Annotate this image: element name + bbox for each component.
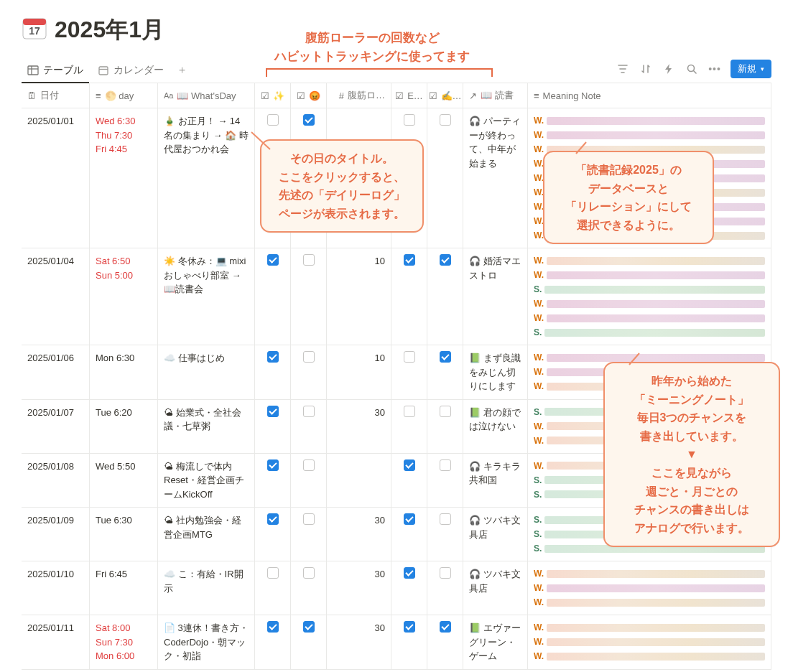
cell-pen[interactable] [427, 108, 463, 248]
cell-e[interactable] [391, 345, 427, 399]
cell-date[interactable]: 2025/01/09 [22, 508, 90, 561]
checkbox[interactable] [303, 254, 315, 266]
cell-abs-count[interactable] [327, 454, 391, 508]
checkbox[interactable] [440, 406, 451, 417]
cell-e[interactable] [391, 454, 427, 508]
checkbox[interactable] [404, 513, 415, 525]
cell-abs-count[interactable]: 30 [327, 400, 391, 453]
cell-face[interactable] [291, 400, 327, 453]
checkbox[interactable] [440, 351, 451, 363]
checkbox[interactable] [267, 513, 279, 525]
cell-whatsday[interactable]: 📄 3連休！書き方・CoderDojo・朝マック・初詣 [158, 615, 255, 669]
cell-sparkle[interactable] [255, 615, 291, 669]
col-day[interactable]: ≡🌕 day [90, 83, 158, 108]
cell-whatsday[interactable]: ☀️ 冬休み：💻 mixiおしゃべり部室 → 📖読書会 [158, 248, 255, 345]
cell-abs-count[interactable]: 30 [327, 561, 391, 615]
cell-sparkle[interactable] [255, 508, 291, 561]
col-date[interactable]: 🗓日付 [22, 83, 90, 108]
checkbox[interactable] [267, 459, 279, 471]
col-meaning[interactable]: ≡Meaning Note [528, 83, 771, 108]
cell-reading[interactable]: 📗 まず良識をみじん切りにします [463, 345, 528, 399]
cell-abs-count[interactable]: 10 [327, 248, 391, 345]
checkbox[interactable] [267, 621, 279, 633]
cell-date[interactable]: 2025/01/11 [22, 615, 90, 669]
cell-whatsday[interactable]: ☁️ 仕事はじめ [158, 345, 255, 399]
checkbox[interactable] [303, 406, 315, 417]
col-e[interactable]: ☑E… [391, 83, 427, 108]
checkbox[interactable] [267, 567, 279, 579]
cell-pen[interactable] [427, 508, 463, 561]
col-abs[interactable]: #腹筋ロ… [327, 83, 391, 108]
checkbox[interactable] [440, 459, 451, 471]
sort-icon[interactable] [639, 62, 653, 76]
col-whats[interactable]: Aa📖 What'sDay [158, 83, 255, 108]
cell-abs-count[interactable]: 10 [327, 345, 391, 399]
search-icon[interactable] [685, 62, 699, 76]
cell-e[interactable] [391, 508, 427, 561]
table-row[interactable]: 2025/01/10Fri 6:45☁️ こ：有給・IR開示30🎧 ツバキ文具店… [22, 561, 771, 615]
cell-meaning[interactable]: W.W.W. [528, 615, 771, 669]
cell-date[interactable]: 2025/01/10 [22, 561, 90, 615]
cell-whatsday[interactable]: ☁️ こ：有給・IR開示 [158, 561, 255, 615]
checkbox[interactable] [404, 406, 415, 417]
cell-reading[interactable]: 🎧 婚活マエストロ [463, 248, 528, 345]
cell-abs-count[interactable]: 30 [327, 508, 391, 561]
page-icon[interactable]: 17 [22, 14, 47, 46]
col-sparkle[interactable]: ☑✨ [255, 83, 291, 108]
page-title[interactable]: 2025年1月 [55, 14, 164, 46]
cell-reading[interactable]: 🎧 ツバキ文具店 [463, 508, 528, 561]
cell-sparkle[interactable] [255, 400, 291, 453]
checkbox[interactable] [267, 351, 279, 363]
checkbox[interactable] [404, 254, 415, 266]
checkbox[interactable] [303, 621, 315, 633]
cell-date[interactable]: 2025/01/04 [22, 248, 90, 345]
cell-whatsday[interactable]: 🌤 始業式・全社会議・七草粥 [158, 400, 255, 453]
table-row[interactable]: 2025/01/11Sat 8:00Sun 7:30Mon 6:00📄 3連休！… [22, 615, 771, 670]
checkbox[interactable] [404, 459, 415, 471]
checkbox[interactable] [440, 567, 451, 579]
cell-pen[interactable] [427, 400, 463, 453]
checkbox[interactable] [404, 351, 415, 363]
automation-icon[interactable] [662, 62, 676, 76]
checkbox[interactable] [303, 351, 315, 363]
checkbox[interactable] [404, 114, 415, 126]
cell-sparkle[interactable] [255, 454, 291, 508]
cell-e[interactable] [391, 615, 427, 669]
checkbox[interactable] [303, 513, 315, 525]
col-reading[interactable]: ↗📖 読書 [463, 83, 528, 108]
checkbox[interactable] [267, 406, 279, 417]
cell-e[interactable] [391, 400, 427, 453]
cell-pen[interactable] [427, 454, 463, 508]
checkbox[interactable] [267, 254, 279, 266]
table-row[interactable]: 2025/01/04Sat 6:50Sun 5:00☀️ 冬休み：💻 mixiお… [22, 248, 771, 345]
cell-sparkle[interactable] [255, 345, 291, 399]
cell-pen[interactable] [427, 345, 463, 399]
cell-abs-count[interactable]: 30 [327, 615, 391, 669]
cell-meaning[interactable]: W.W.S.W.W.S. [528, 248, 771, 345]
cell-pen[interactable] [427, 248, 463, 345]
cell-sparkle[interactable] [255, 248, 291, 345]
cell-face[interactable] [291, 615, 327, 669]
tab-table[interactable]: テーブル [22, 60, 89, 83]
add-view-button[interactable]: ＋ [172, 59, 192, 83]
tab-calendar[interactable]: カレンダー [92, 60, 170, 83]
cell-reading[interactable]: 📗 君の顔では泣けない [463, 400, 528, 453]
cell-date[interactable]: 2025/01/07 [22, 400, 90, 453]
cell-face[interactable] [291, 454, 327, 508]
cell-date[interactable]: 2025/01/06 [22, 345, 90, 399]
col-pen[interactable]: ☑✍️… [427, 83, 463, 108]
cell-whatsday[interactable]: 🌤 梅流しで体内Reset・経営企画チームKickOff [158, 454, 255, 508]
filter-icon[interactable] [616, 62, 630, 76]
cell-face[interactable] [291, 561, 327, 615]
checkbox[interactable] [404, 621, 415, 633]
checkbox[interactable] [440, 254, 451, 266]
cell-meaning[interactable]: W.W.W. [528, 561, 771, 615]
new-button[interactable]: 新規 ▾ [731, 60, 771, 78]
cell-reading[interactable]: 🎧 パーティーが終わって、中年が始まる [463, 108, 528, 248]
more-icon[interactable]: ••• [708, 62, 722, 76]
cell-date[interactable]: 2025/01/01 [22, 108, 90, 248]
cell-face[interactable] [291, 248, 327, 345]
checkbox[interactable] [404, 567, 415, 579]
cell-e[interactable] [391, 561, 427, 615]
checkbox[interactable] [303, 459, 315, 471]
